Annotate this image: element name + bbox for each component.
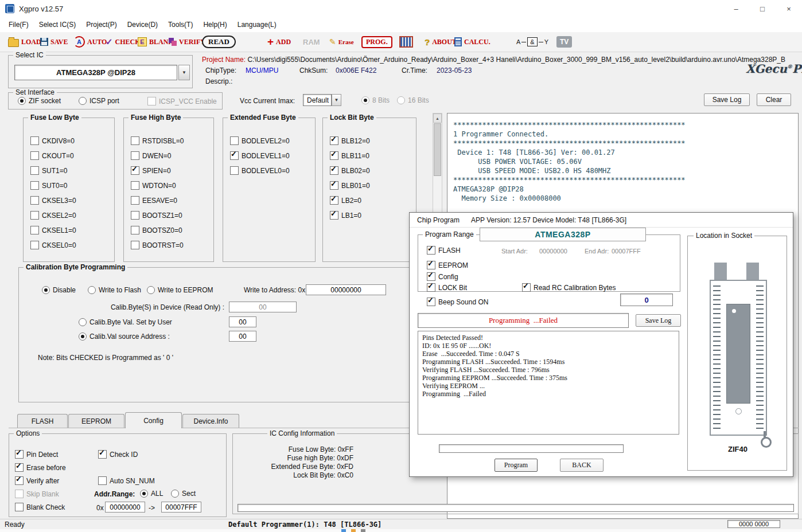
- minimize-button[interactable]: –: [723, 0, 749, 17]
- calibration-disable-radio[interactable]: Disable: [42, 286, 76, 294]
- maximize-button[interactable]: □: [749, 0, 776, 17]
- menu-device[interactable]: Device(D): [122, 18, 163, 31]
- wdton-checkbox[interactable]: WDTON=0: [131, 181, 213, 190]
- tab-eeprom[interactable]: EEPROM: [68, 414, 124, 428]
- erase-button[interactable]: ✎ Erase: [329, 34, 354, 49]
- bootsz0-checkbox[interactable]: BOOTSZ0=0: [131, 226, 213, 234]
- calib-source-address-input[interactable]: [229, 331, 256, 342]
- dialog-save-log-button[interactable]: Save Log: [636, 314, 681, 327]
- ckdiv8-checkbox[interactable]: CKDIV8=0: [30, 136, 114, 145]
- range-end-input[interactable]: [161, 502, 201, 513]
- check-id-checkbox[interactable]: Check ID: [98, 450, 138, 459]
- beep-sound-checkbox[interactable]: Beep Sound ON: [427, 298, 488, 306]
- verify-after-checkbox[interactable]: Verify after: [15, 476, 59, 485]
- checkbox-label: LOCK Bit: [438, 284, 467, 292]
- spien-checkbox[interactable]: SPIEN=0: [131, 166, 213, 175]
- menu-file[interactable]: File(F): [3, 18, 34, 31]
- tab-config[interactable]: Config: [125, 412, 182, 428]
- check-button[interactable]: ✓ CHECK: [106, 34, 141, 49]
- bodlevel2-checkbox[interactable]: BODLEVEL2=0: [230, 136, 315, 145]
- clear-button[interactable]: Clear: [757, 93, 791, 106]
- ic-dropdown-button[interactable]: ▼: [178, 65, 190, 80]
- icsp-vcc-enable-checkbox[interactable]: ICSP_VCC Enable: [147, 97, 217, 105]
- socket-tool-button[interactable]: [399, 34, 413, 49]
- bootrst-checkbox[interactable]: BOOTRST=0: [131, 241, 213, 249]
- load-button[interactable]: LOAD: [8, 34, 41, 49]
- dialog-config-checkbox[interactable]: Config: [427, 272, 458, 281]
- bootsz1-checkbox[interactable]: BOOTSZ1=0: [131, 211, 213, 220]
- vcc-current-select[interactable]: Default: [303, 94, 332, 106]
- blb02-checkbox[interactable]: BLB02=0: [330, 166, 416, 175]
- scrollbar-thumb[interactable]: [434, 123, 441, 176]
- blb12-checkbox[interactable]: BLB12=0: [330, 136, 416, 145]
- bodlevel0-checkbox[interactable]: BODLEVEL0=0: [230, 166, 315, 175]
- blank-check-checkbox[interactable]: Blank Check: [15, 503, 65, 511]
- menu-help[interactable]: Help(H): [198, 18, 232, 31]
- dialog-flash-checkbox[interactable]: FLASH: [427, 246, 461, 255]
- eesave-checkbox[interactable]: EESAVE=0: [131, 196, 213, 205]
- blb01-checkbox[interactable]: BLB01=0: [330, 181, 416, 190]
- erase-before-checkbox[interactable]: Erase before: [15, 463, 66, 472]
- sut0-checkbox[interactable]: SUT0=0: [30, 181, 114, 190]
- range-start-input[interactable]: [105, 502, 145, 513]
- skip-blank-checkbox[interactable]: Skip Blank: [15, 490, 59, 498]
- cksel3-checkbox[interactable]: CKSEL3=0: [30, 196, 114, 205]
- dialog-eeprom-checkbox[interactable]: EEPROM: [427, 261, 468, 269]
- start-adr-label: Start Adr:: [501, 248, 528, 255]
- calib-in-device-input[interactable]: [229, 302, 297, 312]
- icsp-port-radio[interactable]: ICSP port: [79, 97, 119, 105]
- read-button[interactable]: READ: [202, 34, 236, 49]
- lb1-checkbox[interactable]: LB1=0: [330, 211, 416, 220]
- tab-flash[interactable]: FLASH: [17, 414, 68, 428]
- tab-device-info[interactable]: Device.Info: [182, 414, 239, 428]
- menu-tools[interactable]: Tools(T): [163, 18, 198, 31]
- bits8-radio[interactable]: 8 Bits: [361, 96, 390, 104]
- add-button[interactable]: + ADD: [267, 34, 291, 49]
- success-counter: 0: [620, 294, 673, 306]
- ckout-checkbox[interactable]: CKOUT=0: [30, 151, 114, 160]
- auto-sn-num-checkbox[interactable]: Auto SN_NUM: [98, 476, 155, 485]
- calib-user-value-input[interactable]: [229, 316, 256, 327]
- cksel0-checkbox[interactable]: CKSEL0=0: [30, 241, 114, 249]
- close-button[interactable]: ×: [776, 0, 802, 17]
- ram-button[interactable]: RAM: [303, 34, 320, 49]
- dialog-program-button[interactable]: Program: [495, 459, 538, 472]
- radio-label: ICSP port: [89, 97, 119, 105]
- addr-range-sect-radio[interactable]: Sect: [171, 490, 196, 498]
- about-button[interactable]: ? ABOUT: [425, 34, 457, 49]
- logic-test-button[interactable]: A & Y: [516, 34, 548, 49]
- pin-detect-checkbox[interactable]: Pin Detect: [15, 450, 58, 459]
- write-to-eeprom-radio[interactable]: Write to EEPROM: [147, 286, 213, 294]
- save-log-button[interactable]: Save Log: [704, 93, 750, 106]
- tv-button[interactable]: TV: [556, 34, 572, 49]
- selected-ic-combobox[interactable]: ATMEGA328P @DIP28: [14, 65, 177, 80]
- calib-user-value-radio[interactable]: Calib.Byte Val. Set by User: [79, 318, 172, 326]
- read-rc-calibration-checkbox[interactable]: Read RC Calibration Bytes: [522, 283, 616, 292]
- addr-range-all-radio[interactable]: ALL: [140, 490, 163, 498]
- verify-button[interactable]: VERIFY: [169, 34, 205, 49]
- scroll-up-arrow[interactable]: ▲: [433, 114, 442, 123]
- dialog-lock-bit-checkbox[interactable]: LOCK Bit: [427, 283, 467, 292]
- calib-source-address-radio[interactable]: Calib.Val source Address :: [79, 332, 170, 341]
- menu-select-ic[interactable]: Select IC(S): [34, 18, 81, 31]
- lb2-checkbox[interactable]: LB2=0: [330, 196, 416, 205]
- calcu-button[interactable]: CALCU.: [454, 34, 490, 49]
- cksel1-checkbox[interactable]: CKSEL1=0: [30, 226, 114, 234]
- menu-project[interactable]: Project(P): [81, 18, 122, 31]
- prog-button[interactable]: PROG.: [361, 34, 392, 49]
- cksel2-checkbox[interactable]: CKSEL2=0: [30, 211, 114, 220]
- auto-button[interactable]: A AUTO: [73, 34, 107, 49]
- write-to-flash-radio[interactable]: Write to Flash: [88, 286, 141, 294]
- save-button[interactable]: SAVE: [40, 34, 68, 49]
- blb11-checkbox[interactable]: BLB11=0: [330, 151, 416, 160]
- zif-socket-radio[interactable]: ZIF socket: [18, 97, 61, 105]
- dwen-checkbox[interactable]: DWEN=0: [131, 151, 213, 160]
- write-address-input[interactable]: [306, 284, 386, 295]
- bits16-radio[interactable]: 16 Bits: [397, 96, 429, 104]
- bodlevel1-checkbox[interactable]: BODLEVEL1=0: [230, 151, 315, 160]
- dialog-back-button[interactable]: BACK: [560, 459, 604, 472]
- rstdisbl-checkbox[interactable]: RSTDISBL=0: [131, 136, 213, 145]
- sut1-checkbox[interactable]: SUT1=0: [30, 166, 114, 175]
- menu-language[interactable]: Language(L): [232, 18, 282, 31]
- vcc-dropdown-button[interactable]: ▼: [332, 94, 341, 106]
